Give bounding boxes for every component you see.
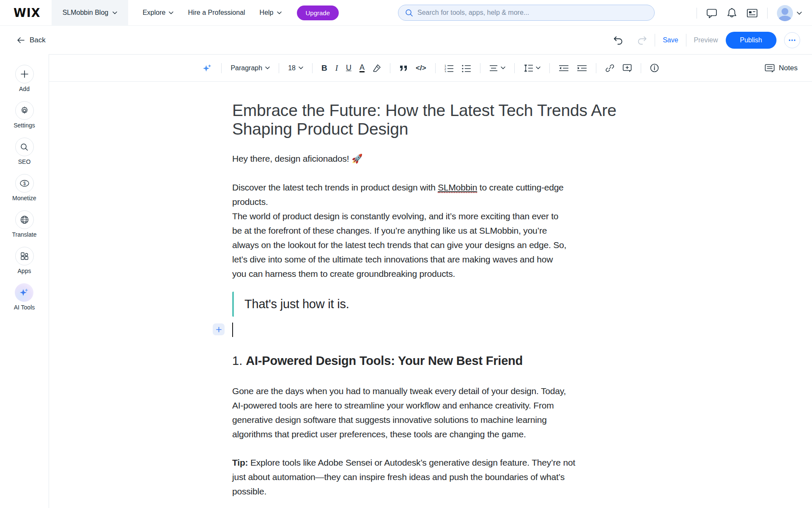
nav-item-help[interactable]: Help xyxy=(260,9,282,17)
paragraph-style-dropdown[interactable]: Paragraph xyxy=(228,63,272,74)
link-icon[interactable] xyxy=(603,62,617,75)
info-icon[interactable] xyxy=(648,62,661,74)
apps-grid-icon xyxy=(15,247,34,265)
heading-number: 1. xyxy=(232,354,246,367)
search-icon xyxy=(15,138,34,156)
editor-panel: Paragraph 18 B I U A </> 123 xyxy=(49,54,812,508)
underline-button[interactable]: U xyxy=(344,62,354,74)
notes-icon xyxy=(765,64,775,73)
notifications-bell-icon[interactable] xyxy=(727,8,737,19)
paragraph-gone[interactable]: Gone are the days when you had to manual… xyxy=(232,384,630,442)
chat-icon[interactable] xyxy=(706,8,717,18)
divider xyxy=(279,63,279,73)
divider xyxy=(655,34,655,47)
highlight-button[interactable] xyxy=(370,62,383,74)
site-menu-label: SLMobbin Blog xyxy=(63,9,109,17)
paragraph-intro[interactable]: Hey there, design aficionados! 🚀 xyxy=(232,152,630,166)
italic-button[interactable]: I xyxy=(333,62,340,75)
divider xyxy=(767,8,768,19)
blockquote-button[interactable] xyxy=(397,63,410,73)
chevron-down-icon xyxy=(797,11,802,15)
back-label: Back xyxy=(30,36,46,44)
gear-icon xyxy=(15,101,34,120)
news-card-icon[interactable] xyxy=(746,8,758,18)
svg-text:$: $ xyxy=(23,181,26,186)
divider xyxy=(549,63,550,73)
underline-label: U xyxy=(346,64,351,72)
line-spacing-dropdown[interactable] xyxy=(521,63,543,74)
divider xyxy=(480,63,480,73)
redo-icon[interactable] xyxy=(637,36,647,45)
text-toolbar: Paragraph 18 B I U A </> 123 xyxy=(49,55,812,82)
sidebar-item-ai-tools[interactable]: AI Tools xyxy=(14,283,35,311)
paragraph-tip[interactable]: Tip: Explore tools like Adobe Sensei or … xyxy=(232,456,630,499)
text-color-button[interactable]: A xyxy=(357,62,367,75)
sidebar-item-label: Monetize xyxy=(12,195,36,202)
brand-word-spellcheck[interactable]: SLMobbin xyxy=(438,182,477,193)
add-comment-button[interactable] xyxy=(620,62,634,74)
sidebar-item-label: Add xyxy=(19,86,30,92)
nav-item-explore[interactable]: Explore xyxy=(143,9,173,17)
dollar-icon: $ xyxy=(15,174,34,193)
indent-button[interactable] xyxy=(575,63,589,73)
font-size-value: 18 xyxy=(288,64,296,72)
nav-label: Help xyxy=(260,9,274,17)
text-color-label: A xyxy=(359,64,365,73)
bullet-list-button[interactable] xyxy=(460,62,473,74)
sidebar-item-settings[interactable]: Settings xyxy=(14,101,35,129)
upgrade-button[interactable]: Upgrade xyxy=(297,6,339,20)
chevron-down-icon xyxy=(112,11,117,14)
divider xyxy=(312,63,313,73)
blog-post-editor[interactable]: Embrace the Future: How the Latest Tech … xyxy=(232,101,630,499)
outdent-button[interactable] xyxy=(557,63,571,73)
site-menu[interactable]: SLMobbin Blog xyxy=(52,0,129,26)
section-heading[interactable]: 1. AI-Powered Design Tools: Your New Bes… xyxy=(232,354,630,368)
avatar xyxy=(777,5,793,21)
svg-text:2: 2 xyxy=(444,67,446,70)
plus-icon xyxy=(15,65,34,83)
divider xyxy=(596,63,596,73)
ordered-list-button[interactable]: 123 xyxy=(442,62,456,74)
notes-button[interactable]: Notes xyxy=(765,55,798,82)
sidebar-item-monetize[interactable]: $ Monetize xyxy=(12,174,36,202)
blockquote-text: That's just how it is. xyxy=(244,297,630,311)
publish-button[interactable]: Publish xyxy=(726,32,776,49)
code-button[interactable]: </> xyxy=(414,62,428,74)
nav-label: Explore xyxy=(143,9,165,17)
sidebar-item-seo[interactable]: SEO xyxy=(15,138,34,165)
sidebar-item-apps[interactable]: Apps xyxy=(15,247,34,274)
divider xyxy=(514,63,515,73)
paragraph-text: Discover the latest tech trends in produ… xyxy=(232,182,438,192)
nav-item-hire-a-professional[interactable]: Hire a Professional xyxy=(188,9,245,17)
search-input[interactable] xyxy=(417,9,647,17)
empty-line-with-cursor[interactable] xyxy=(232,321,630,339)
back-button[interactable]: Back xyxy=(17,36,46,44)
blockquote[interactable]: That's just how it is. xyxy=(232,292,630,317)
tip-label: Tip: xyxy=(232,458,248,467)
preview-button[interactable]: Preview xyxy=(694,36,718,44)
font-size-dropdown[interactable]: 18 xyxy=(286,63,305,74)
editor-sidebar: Add Settings SEO $ Monetize Translate Ap… xyxy=(0,54,49,508)
bold-button[interactable]: B xyxy=(319,62,329,74)
undo-icon[interactable] xyxy=(613,36,623,45)
ai-assistant-icon[interactable] xyxy=(200,61,214,75)
editor-action-bar: Back Save Preview Publish xyxy=(0,26,812,54)
wix-logo: WIX xyxy=(14,6,41,20)
divider xyxy=(697,8,697,19)
sidebar-item-add[interactable]: Add xyxy=(15,65,34,92)
paragraph-discover[interactable]: Discover the latest tech trends in produ… xyxy=(232,180,630,281)
add-block-button[interactable] xyxy=(213,323,225,335)
account-menu[interactable] xyxy=(777,5,802,21)
tip-text: Explore tools like Adobe Sensei or Autod… xyxy=(232,458,575,496)
sidebar-item-translate[interactable]: Translate xyxy=(12,210,37,238)
more-options-button[interactable] xyxy=(784,32,800,48)
sidebar-item-label: Apps xyxy=(18,268,31,274)
divider xyxy=(641,63,641,73)
paragraph-style-label: Paragraph xyxy=(230,64,262,72)
post-title[interactable]: Embrace the Future: How the Latest Tech … xyxy=(232,101,630,138)
chevron-down-icon xyxy=(169,11,173,14)
align-dropdown[interactable] xyxy=(487,63,508,73)
code-label: </> xyxy=(416,64,426,72)
global-search[interactable] xyxy=(398,5,655,21)
save-button[interactable]: Save xyxy=(663,36,678,44)
